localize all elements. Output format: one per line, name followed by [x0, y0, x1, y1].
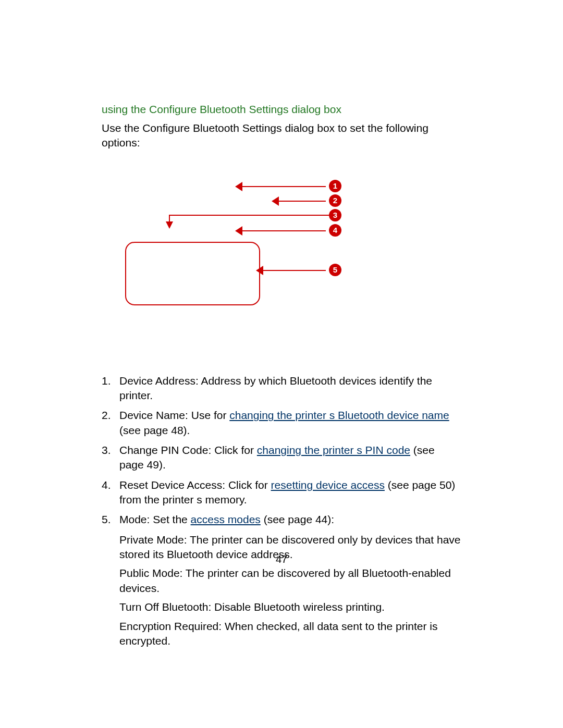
- term-label: Mode: [119, 513, 147, 525]
- colon: :: [185, 409, 191, 421]
- sub-encrypt: Encryption Required: When checked, all d…: [119, 619, 461, 649]
- colon: :: [180, 567, 186, 579]
- list-number: 4.: [102, 478, 119, 508]
- term-tail: (see page 48).: [119, 424, 190, 436]
- intro-paragraph: Use the Configure Bluetooth Settings dia…: [102, 121, 461, 151]
- svg-marker-0: [166, 221, 173, 229]
- sub-public: Public Mode: The printer can be discover…: [119, 566, 461, 596]
- link-access-modes[interactable]: access modes: [191, 513, 261, 525]
- callout-diagram: 1 2 3 4 5: [102, 181, 461, 374]
- term-lead: Use for: [191, 409, 230, 421]
- mode-group-box: [125, 242, 260, 305]
- term-label: Device Name: [119, 409, 185, 421]
- link-change-pin[interactable]: changing the printer s PIN code: [257, 444, 410, 456]
- sub-turnoff: Turn Off Bluetooth: Disable Bluetooth wi…: [119, 600, 461, 614]
- callout-bullet-4: 4: [329, 224, 341, 237]
- list-number: 3.: [102, 443, 119, 473]
- page-number: 47: [0, 553, 563, 565]
- link-change-device-name[interactable]: changing the printer s Bluetooth device …: [229, 409, 449, 421]
- sub-label: Private Mode: [119, 534, 184, 546]
- list-item-2: 2. Device Name: Use for changing the pri…: [102, 408, 461, 438]
- sub-label: Public Mode: [119, 567, 180, 579]
- list-number: 5.: [102, 512, 119, 527]
- numbered-list: 1. Device Address: Address by which Blue…: [102, 374, 461, 527]
- colon: :: [208, 444, 214, 456]
- list-item-3: 3. Change PIN Code: Click for changing t…: [102, 443, 461, 473]
- mode-sublist: Private Mode: The printer can be discove…: [119, 533, 461, 648]
- callout-arrow-5: [263, 270, 326, 271]
- callout-arrow-4: [242, 230, 326, 231]
- term-label: Reset Device Access: [119, 479, 222, 491]
- colon: :: [222, 479, 228, 491]
- colon: :: [218, 620, 225, 632]
- term-tail: (see page 44):: [261, 513, 334, 525]
- document-page: using the Configure Bluetooth Settings d…: [0, 0, 563, 728]
- colon: :: [208, 601, 214, 613]
- term-lead: Click for: [228, 479, 271, 491]
- list-item-5: 5. Mode: Set the access modes (see page …: [102, 512, 461, 527]
- callout-bullet-5: 5: [329, 264, 341, 276]
- list-number: 2.: [102, 408, 119, 438]
- term-label: Change PIN Code: [119, 444, 208, 456]
- colon: :: [184, 534, 190, 546]
- section-heading: using the Configure Bluetooth Settings d…: [102, 103, 461, 116]
- callout-bullet-3: 3: [329, 209, 341, 221]
- sub-label: Turn Off Bluetooth: [119, 601, 208, 613]
- term-lead: Click for: [214, 444, 257, 456]
- sub-body: Disable Bluetooth wireless printing.: [214, 601, 385, 613]
- sub-label: Encryption Required: [119, 620, 218, 632]
- term-lead: Set the: [153, 513, 190, 525]
- colon: :: [147, 513, 153, 525]
- link-reset-access[interactable]: resetting device access: [271, 479, 385, 491]
- list-item-4: 4. Reset Device Access: Click for resett…: [102, 478, 461, 508]
